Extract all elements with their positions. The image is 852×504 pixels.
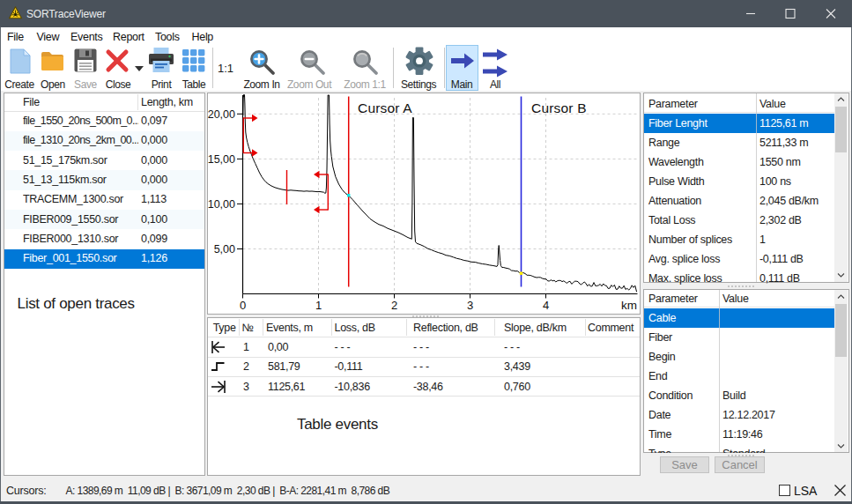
svg-text:0: 0 xyxy=(240,299,246,312)
svg-text:10,00: 10,00 xyxy=(208,198,235,211)
svg-text:1: 1 xyxy=(315,299,322,312)
svg-text:2: 2 xyxy=(391,299,397,312)
svg-text:4: 4 xyxy=(543,299,549,312)
svg-text:3: 3 xyxy=(467,299,473,312)
svg-text:km: km xyxy=(621,299,637,312)
svg-text:5,00: 5,00 xyxy=(214,243,235,256)
svg-text:15,00: 15,00 xyxy=(208,153,235,166)
svg-text:20,00: 20,00 xyxy=(208,108,235,121)
svg-text:Cursor B: Cursor B xyxy=(531,100,587,115)
svg-text:Cursor A: Cursor A xyxy=(358,100,412,115)
